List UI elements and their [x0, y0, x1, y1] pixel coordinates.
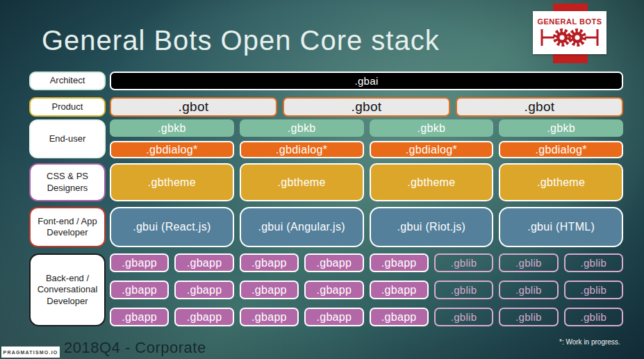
- gbapp-row: .gbapp .gbapp .gbapp .gbapp .gbapp .gbli…: [110, 253, 623, 272]
- row-label-css-ps-designers: CSS & PS Designers: [29, 163, 106, 201]
- gbapp-box: .gbapp: [370, 253, 429, 272]
- gbkb-box: .gbkb: [370, 119, 494, 137]
- gbui-html-box: .gbui (HTML): [499, 207, 623, 247]
- gbot-box: .gbot: [283, 97, 450, 117]
- gbui-riot-box: .gbui (Riot.js): [370, 207, 494, 247]
- gbapp-box: .gbapp: [174, 308, 233, 326]
- gbot-box: .gbot: [456, 97, 623, 117]
- gblib-box: .gblib: [499, 253, 558, 272]
- gbkb-box: .gbkb: [110, 119, 234, 137]
- logo-text: GENERAL BOTS: [537, 17, 602, 26]
- gbai-box: .gbai: [110, 72, 623, 90]
- gbapp-box: .gbapp: [240, 253, 299, 272]
- gbdialog-box: .gbdialog*: [499, 141, 623, 158]
- row-label-end-user: End-user: [29, 119, 106, 158]
- gbkb-box: .gbkb: [499, 119, 623, 137]
- gbapp-box: .gbapp: [370, 281, 429, 299]
- gblib-box: .gblib: [499, 281, 558, 299]
- gbdialog-box: .gbdialog*: [240, 141, 364, 158]
- gbtheme-row: .gbtheme .gbtheme .gbtheme .gbtheme: [110, 163, 623, 201]
- gbot-box: .gbot: [110, 97, 277, 117]
- gblib-box: .gblib: [564, 308, 623, 326]
- gblib-box: .gblib: [499, 308, 558, 326]
- footer-watermark: 2018Q4 - Corporate: [64, 339, 206, 357]
- gbapp-row: .gbapp .gbapp .gbapp .gbapp .gbapp .gbli…: [110, 281, 623, 299]
- gblib-box: .gblib: [434, 308, 493, 326]
- page-title: General Bots Open Core stack: [42, 25, 440, 56]
- gbapp-box: .gbapp: [110, 253, 169, 272]
- gbapp-box: .gbapp: [304, 281, 363, 299]
- gbdialog-row: .gbdialog* .gbdialog* .gbdialog* .gbdial…: [110, 141, 623, 158]
- gbapp-box: .gbapp: [304, 253, 363, 272]
- row-label-architect: Architect: [29, 72, 106, 90]
- gbapp-row: .gbapp .gbapp .gbapp .gbapp .gbapp .gbli…: [110, 308, 623, 326]
- gbapp-box: .gbapp: [240, 308, 299, 326]
- gbapp-box: .gbapp: [240, 281, 299, 299]
- gbui-react-box: .gbui (React.js): [110, 207, 234, 247]
- gbtheme-box: .gbtheme: [110, 163, 234, 201]
- gbapp-box: .gbapp: [174, 253, 233, 272]
- stack-diagram: Architect Product End-user CSS & PS Desi…: [29, 72, 623, 326]
- gbapp-box: .gbapp: [174, 281, 233, 299]
- gbdialog-box: .gbdialog*: [370, 141, 494, 158]
- gbkb-box: .gbkb: [240, 119, 364, 137]
- row-label-frontend-developer: Font-end / App Developer: [29, 207, 106, 247]
- general-bots-logo: GENERAL BOTS: [533, 11, 606, 54]
- pragmatismo-brand-tag: PRAGMATISMO.IO: [1, 347, 60, 358]
- gbtheme-box: .gbtheme: [370, 163, 494, 201]
- gbui-angular-box: .gbui (Angular.js): [240, 207, 364, 247]
- gbtheme-box: .gbtheme: [240, 163, 364, 201]
- gbtheme-box: .gbtheme: [499, 163, 623, 201]
- row-label-backend-developer: Back-end / Conversational Developer: [29, 253, 106, 326]
- gbai-row: .gbai: [110, 72, 623, 90]
- gbkb-row: .gbkb .gbkb .gbkb .gbkb: [110, 119, 623, 137]
- gbapp-box: .gbapp: [370, 308, 429, 326]
- gbot-row: .gbot .gbot .gbot: [110, 97, 623, 117]
- row-label-product: Product: [29, 97, 106, 117]
- gblib-box: .gblib: [434, 253, 493, 272]
- gblib-box: .gblib: [434, 281, 493, 299]
- gblib-box: .gblib: [564, 253, 623, 272]
- slide: General Bots Open Core stack GENERAL BOT…: [0, 0, 644, 359]
- gbapp-box: .gbapp: [304, 308, 363, 326]
- gblib-box: .gblib: [564, 281, 623, 299]
- work-in-progress-note: *: Work in progress.: [559, 338, 620, 346]
- gbui-row: .gbui (React.js) .gbui (Angular.js) .gbu…: [110, 207, 623, 247]
- gbapp-box: .gbapp: [110, 281, 169, 299]
- gbapp-box: .gbapp: [110, 308, 169, 326]
- gbdialog-box: .gbdialog*: [110, 141, 234, 158]
- gears-icon: [538, 26, 602, 49]
